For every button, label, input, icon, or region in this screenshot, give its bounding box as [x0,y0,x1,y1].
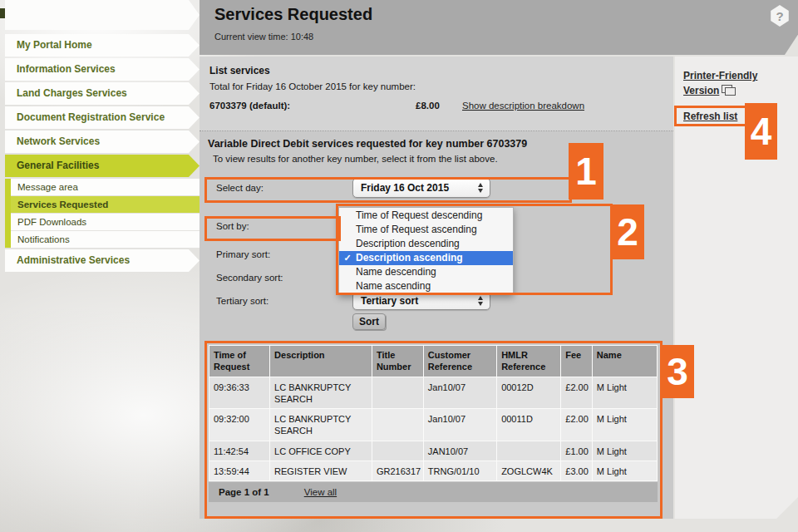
sort-button[interactable]: Sort [352,313,386,330]
checkmark-icon [339,265,356,279]
checkmark-icon [339,279,356,293]
sidebar-item-general-facilities[interactable]: General Facilities [5,155,200,177]
view-time-text: Current view time: 10:48 [214,32,313,42]
column-header-customer-reference: Customer Reference [424,346,496,377]
table-cell [372,377,423,409]
column-header-fee: Fee [561,346,592,377]
vdd-section-heading: Variable Direct Debit services requested… [208,138,527,150]
table-cell: LC BANKRUPTCY SEARCH [270,377,372,409]
column-header-description: Description [270,346,372,377]
column-header-hmlr-reference: HMLR Reference [497,346,560,377]
select-day-label: Select day: [216,183,264,193]
tertiary-sort-value: Tertiary sort [361,295,418,307]
sidebar-header-band [5,0,200,30]
page-indicator: Page 1 of 1 [219,487,269,497]
table-cell: JAN10/07 [424,441,496,461]
help-glyph: ? [776,9,783,23]
table-cell: 00011D [497,409,560,441]
table-cell: GR216317 [372,461,423,480]
sidebar-item-pdf-downloads[interactable]: PDF Downloads [11,214,200,230]
list-services-heading: List services [209,65,270,76]
table-cell: £1.00 [561,441,592,461]
table-cell: 13:59:44 [209,461,269,480]
printer-pages-icon [722,85,736,96]
sidebar-item-land-charges-services[interactable]: Land Charges Services [5,82,200,105]
table-row: 13:59:44REGISTER VIEWGR216317TRNG/01/10Z… [209,461,657,480]
key-number-label: 6703379 (default): [209,101,290,111]
sort-option-time-of-request-ascending[interactable]: Time of Request ascending [339,223,513,237]
sort-option-label: Description descending [356,237,460,251]
table-cell: M Light [593,461,657,480]
sidebar-item-notifications[interactable]: Notifications [11,231,200,248]
sidebar-item-my-portal-home[interactable]: My Portal Home [5,34,200,57]
right-side-panel [675,57,798,519]
table-cell: 09:32:00 [209,409,269,441]
table-cell: 00012D [497,377,560,409]
printer-friendly-link[interactable]: Printer-Friendly Version [683,68,770,98]
list-services-total-line: Total for Friday 16 October 2015 for key… [209,81,416,91]
sort-option-label: Time of Request descending [356,209,482,223]
table-cell: LC BANKRUPTCY SEARCH [270,409,372,441]
sidebar-item-services-requested[interactable]: Services Requested [11,196,200,213]
sort-option-label: Name ascending [356,279,431,293]
sidebar-nav: My Portal HomeInformation ServicesLand C… [5,0,200,273]
sort-option-description-ascending[interactable]: ✓Description ascending [339,251,513,265]
column-header-name: Name [593,346,657,377]
sort-option-label: Time of Request ascending [356,223,477,237]
table-cell [372,409,423,441]
printer-friendly-label: Printer-Friendly Version [683,70,757,96]
select-arrows-icon [478,296,484,306]
page-title: Services Requested [214,5,372,24]
column-header-time-of-request: Time of Request [209,346,269,377]
table-footer-bar: Page 1 of 1 View all [209,482,658,502]
results-table: Time of RequestDescriptionTitle NumberCu… [209,345,658,481]
sidebar-item-network-services[interactable]: Network Services [5,131,200,153]
table-cell: Jan10/07 [424,377,496,409]
table-cell: £2.00 [561,377,592,409]
sort-option-time-of-request-descending[interactable]: Time of Request descending [339,209,513,223]
primary-sort-label: Primary sort: [216,249,270,259]
column-header-title-number: Title Number [372,346,423,377]
table-cell: 09:36:33 [209,377,269,409]
table-row: 09:32:00LC BANKRUPTCY SEARCHJan10/070001… [209,409,657,441]
portal-page: My Portal HomeInformation ServicesLand C… [0,0,798,532]
checkmark-icon [339,223,356,237]
sort-option-name-ascending[interactable]: Name ascending [339,279,513,293]
sort-option-name-descending[interactable]: Name descending [339,265,513,279]
checkmark-icon [339,237,356,251]
sort-option-description-descending[interactable]: Description descending [339,237,513,251]
checkmark-icon: ✓ [339,251,356,265]
table-cell: M Light [593,441,657,461]
table-cell: ZOGLCW4K [497,461,560,480]
table-header-row: Time of RequestDescriptionTitle NumberCu… [209,346,657,377]
sort-option-label: Name descending [356,265,436,279]
sidebar-item-message-area[interactable]: Message area [11,179,200,195]
table-cell: M Light [593,409,657,441]
annotation-number-2: 2 [611,204,644,259]
sidebar-subgroup: Message areaServices RequestedPDF Downlo… [5,179,200,248]
refresh-list-link[interactable]: Refresh list [683,109,737,124]
sidebar-item-administrative-services[interactable]: Administrative Services [5,249,200,272]
sort-by-open-menu: Time of Request descendingTime of Reques… [338,207,514,295]
select-day-dropdown[interactable]: Friday 16 Oct 2015 [352,178,490,198]
table-row: 11:42:54LC OFFICE COPYJAN10/07£1.00M Lig… [209,441,657,461]
table-row: 09:36:33LC BANKRUPTCY SEARCHJan10/070001… [209,377,657,409]
sort-option-label: Description ascending [356,251,463,265]
total-amount: £8.00 [416,101,440,111]
checkmark-icon [339,209,356,223]
table-cell: Jan10/07 [424,409,496,441]
table-cell [372,441,423,461]
annotation-number-3: 3 [661,345,694,398]
results-table-wrap: Time of RequestDescriptionTitle NumberCu… [209,345,658,502]
annotation-number-4: 4 [745,103,777,160]
table-cell: £2.00 [561,409,592,441]
tertiary-sort-label: Tertiary sort: [216,296,268,306]
table-cell: £3.00 [561,461,592,480]
sidebar-item-document-registration-service[interactable]: Document Registration Service [5,106,200,129]
vdd-section-subheading: To view results for another key number, … [213,154,498,164]
show-description-breakdown-link[interactable]: Show description breakdown [462,101,584,111]
view-all-link[interactable]: View all [304,487,337,497]
sidebar-item-information-services[interactable]: Information Services [5,58,200,81]
select-day-value: Friday 16 Oct 2015 [361,182,449,194]
secondary-sort-label: Secondary sort: [216,273,283,283]
